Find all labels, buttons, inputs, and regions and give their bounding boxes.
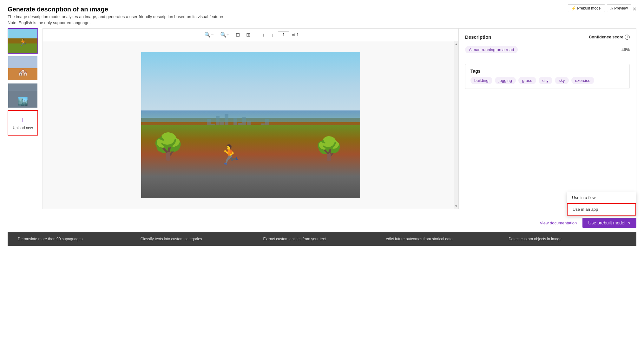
thumbnail-item-3[interactable] (8, 83, 38, 108)
description-section-title: Description (465, 34, 491, 40)
bottom-bar-item-4: edict future outcomes from storical data (383, 236, 506, 243)
tag-sky: sky (555, 77, 569, 84)
bottom-bar: Detranslate more than 90 supnguages Clas… (8, 232, 636, 246)
description-section-header: Description Confidence score i (465, 34, 630, 40)
description-row: A man running on a road 46% (465, 43, 630, 56)
view-documentation-link[interactable]: View documentation (540, 221, 577, 225)
preview-button[interactable]: △ Preview (607, 4, 631, 12)
use-prebuilt-button[interactable]: Use prebuilt model ∨ (582, 218, 636, 228)
main-content: + Upload new 🔍− 🔍+ ⊡ ⊞ (8, 28, 636, 209)
use-in-app-label: Use in an app (573, 207, 598, 212)
tags-section: Tags building jogging grass city sky exe… (465, 64, 630, 89)
dropdown-popup: Use in a flow Use in an app (567, 192, 636, 216)
vertical-scrollbar[interactable]: ▲ ▼ (454, 41, 458, 209)
plus-icon: + (20, 116, 25, 124)
info-icon[interactable]: i (625, 35, 630, 40)
bottom-bar-item-5: Detect custom objects in image (506, 236, 629, 243)
bottom-bar-item-1: Detranslate more than 90 supnguages (15, 236, 138, 243)
tree-left-icon: 🌳 (152, 132, 184, 162)
close-button[interactable]: × (633, 6, 636, 12)
viewer-toolbar: 🔍− 🔍+ ⊡ ⊞ ↑ ↓ 1 of 1 (43, 29, 458, 41)
runner-figure-icon: 🏃 (218, 143, 242, 166)
dropdown-use-in-app[interactable]: Use in an app (567, 203, 636, 216)
tree-right-icon: 🌳 (315, 136, 343, 162)
thumbnail-item-2[interactable] (8, 56, 38, 81)
toolbar-separator (256, 32, 256, 38)
confidence-header-label: Confidence score (589, 35, 623, 39)
tag-city: city (539, 77, 553, 84)
next-page-button[interactable]: ↓ (269, 31, 275, 38)
zoom-out-button[interactable]: 🔍− (202, 31, 215, 38)
tags-title: Tags (470, 69, 624, 74)
thumbnail-item-1[interactable] (8, 28, 38, 54)
dialog-note: Note: English is the only supported lang… (8, 20, 636, 25)
tag-grass: grass (518, 77, 536, 84)
fit-width-icon: ⊡ (236, 32, 240, 37)
image-viewer: 🔍− 🔍+ ⊡ ⊞ ↑ ↓ 1 of 1 (43, 28, 459, 209)
dialog-title: Generate description of an image (8, 6, 108, 13)
dialog-subtitle: The image description model analyzes an … (8, 14, 636, 19)
right-panel: Description Confidence score i A man run… (459, 28, 636, 209)
dropdown-use-in-flow[interactable]: Use in a flow (567, 192, 636, 203)
page-total-label: of 1 (292, 32, 299, 37)
city-thumbnail-img (8, 83, 37, 108)
upload-new-button[interactable]: + Upload new (8, 110, 38, 136)
dialog-header: Generate description of an image × (8, 6, 636, 13)
description-tag: A man running on a road (465, 46, 518, 53)
use-prebuilt-label: Use prebuilt model (588, 220, 625, 225)
scroll-down-arrow[interactable]: ▼ (454, 203, 458, 209)
fit-page-button[interactable]: ⊞ (244, 31, 252, 38)
footer-wrapper: View documentation Use prebuilt model ∨ … (8, 213, 636, 232)
water-layer (141, 110, 360, 122)
sky-layer (141, 52, 360, 118)
confidence-score-value: 46% (621, 47, 630, 52)
zoom-out-icon: 🔍− (204, 32, 214, 37)
tags-list: building jogging grass city sky exercise (470, 77, 624, 84)
thumbnail-sidebar: + Upload new (8, 28, 43, 209)
image-scene: 🌳 🌳 🏃 (141, 52, 360, 198)
bottom-bar-item-2: Classify texts into custom categories (138, 236, 261, 243)
bottom-bar-item-3: Extract custom entities from your text (261, 236, 384, 243)
description-section: Description Confidence score i A man run… (465, 34, 630, 56)
upload-new-label: Upload new (13, 126, 33, 130)
runner-thumbnail-img (8, 29, 37, 53)
buildings-thumbnail-img (8, 56, 37, 80)
chevron-down-icon: ∨ (628, 221, 631, 225)
tag-building: building (470, 77, 492, 84)
fit-width-button[interactable]: ⊡ (234, 31, 242, 38)
zoom-in-button[interactable]: 🔍+ (218, 31, 231, 38)
tag-exercise: exercise (571, 77, 594, 84)
prev-page-button[interactable]: ↑ (260, 31, 266, 38)
zoom-in-icon: 🔍+ (220, 32, 229, 37)
prebuilt-model-button[interactable]: ⚡ Prebuilt model (568, 4, 605, 12)
arrow-down-icon: ↓ (271, 32, 273, 37)
page-number-input[interactable]: 1 (278, 31, 289, 38)
main-image: 🌳 🌳 🏃 (141, 52, 360, 198)
use-in-flow-label: Use in a flow (572, 195, 595, 200)
top-right-buttons: ⚡ Prebuilt model △ Preview (568, 4, 631, 12)
arrow-up-icon: ↑ (262, 32, 265, 37)
fit-page-icon: ⊞ (246, 32, 250, 37)
dialog-footer: View documentation Use prebuilt model ∨ (8, 213, 636, 232)
tag-jogging: jogging (495, 77, 516, 84)
viewer-image-area: 🌳 🌳 🏃 ▲ ▼ (43, 41, 458, 209)
scroll-up-arrow[interactable]: ▲ (454, 41, 458, 47)
confidence-header: Confidence score i (589, 35, 630, 40)
